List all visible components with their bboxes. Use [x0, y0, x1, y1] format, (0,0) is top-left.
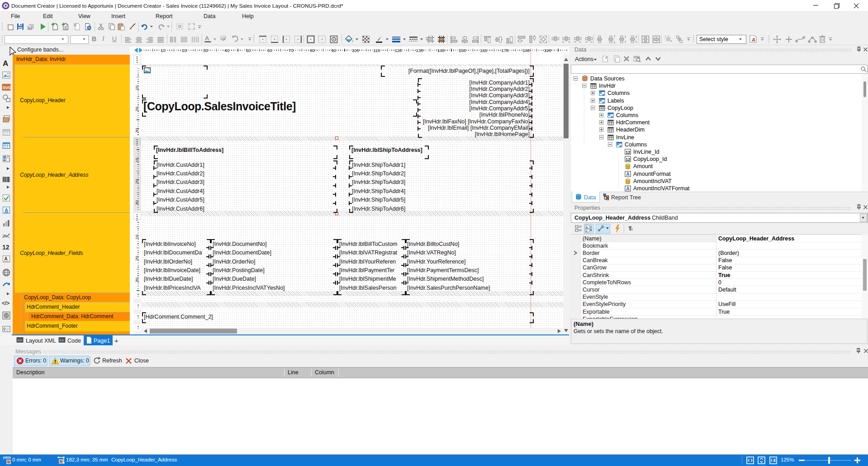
svg-text:A: A — [3, 59, 8, 68]
svg-text:Z: Z — [586, 229, 588, 232]
svg-text:</>: </> — [2, 300, 9, 306]
svg-text:A: A — [626, 186, 630, 191]
svg-text:A: A — [5, 207, 8, 213]
svg-text:A: A — [626, 171, 630, 176]
svg-text:<>: <> — [59, 338, 64, 343]
svg-text:SVG: SVG — [3, 85, 11, 90]
svg-text:A: A — [205, 35, 209, 42]
svg-text:12: 12 — [626, 157, 630, 162]
svg-text:A: A — [5, 256, 8, 261]
svg-text:A: A — [751, 37, 755, 42]
svg-text:A: A — [586, 226, 588, 229]
svg-text:12: 12 — [626, 150, 630, 155]
svg-text:12: 12 — [2, 244, 9, 251]
svg-text:<>: <> — [17, 338, 22, 343]
